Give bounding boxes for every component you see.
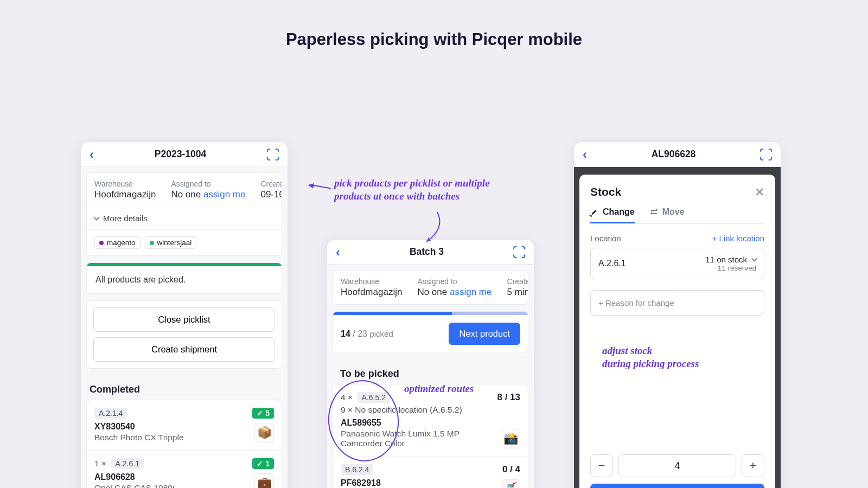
back-icon[interactable]: ‹ [90, 148, 94, 161]
product-thumb: 💼 [254, 473, 274, 488]
nav-title: P2023-1004 [155, 149, 206, 160]
navbar: ‹ P2023-1004 [81, 142, 288, 167]
annotation-batches: pick products per picklist or multiple p… [334, 177, 508, 203]
warehouse-label: Warehouse [341, 277, 402, 286]
link-location-button[interactable]: + Link location [712, 234, 764, 243]
created-value: 5 minut [507, 287, 528, 298]
meta-card: Warehouse Hoofdmagazijn Assigned to No o… [333, 270, 528, 305]
list-item[interactable]: A.2.1.4 5 XY830540 Bosch Photo CX Trippl… [87, 400, 282, 450]
assigned-value: No one [171, 189, 201, 200]
progress-card: 14 / 23 picked Next product [333, 311, 528, 353]
create-shipment-button[interactable]: Create shipment [93, 337, 275, 362]
scan-icon[interactable] [513, 246, 525, 258]
product-name: Bosch Photo CX Tripple [94, 433, 230, 442]
sku: AL906628 [94, 472, 274, 482]
chevron-down-icon [752, 256, 757, 262]
reason-input[interactable]: + Reason for change [590, 290, 764, 316]
reserved: 11 reserved [718, 264, 756, 272]
sheet-title: Stock [590, 185, 764, 198]
increment-button[interactable]: + [742, 454, 764, 477]
tab-move[interactable]: Move [650, 207, 685, 223]
scan-icon[interactable] [760, 149, 772, 160]
page-title: Paperless picking with Picqer mobile [0, 0, 868, 71]
sku: PF682918 [341, 478, 520, 488]
quantity-input[interactable]: 4 [618, 454, 736, 477]
more-details-toggle[interactable]: More details [87, 207, 282, 229]
arrow-curve-icon [416, 212, 448, 245]
assign-me-link[interactable]: assign me [203, 189, 245, 200]
product-name: Opel CAS CAS 1080i [94, 483, 230, 488]
actions-card: Close picklist Create shipment [86, 300, 282, 369]
location-badge: A.2.1.4 [94, 408, 127, 419]
qty-badge: 5 [252, 408, 274, 419]
change-stock-button[interactable]: Change stock to15 [590, 484, 764, 488]
product-thumb: 📦 [254, 423, 274, 442]
stock-sheet: Stock ✕ Change Move Location + Link loca… [579, 175, 775, 488]
tag-magento[interactable]: magento [94, 236, 141, 249]
created-label: Created [507, 277, 528, 286]
phone-picklist: ‹ P2023-1004 Warehouse Hoofdmagazijn Ass… [80, 142, 288, 488]
assigned-value: No one [417, 287, 447, 297]
chevron-down-icon [93, 214, 99, 220]
status-message: All products are picked. [87, 266, 282, 293]
nav-title: AL906628 [652, 149, 696, 160]
location-value: A.2.6.1 [598, 259, 626, 268]
location-badge: A.2.6.1 [111, 458, 144, 469]
warehouse-label: Warehouse [94, 179, 156, 188]
pick-ratio: 8 / 13 [497, 392, 520, 403]
assign-me-link[interactable]: assign me [450, 287, 492, 297]
product-thumb: 🥤 [501, 479, 520, 488]
created-label: Created [260, 179, 282, 188]
tag-wintersjaal[interactable]: wintersjaal [145, 236, 197, 249]
assigned-label: Assigned to [171, 179, 245, 188]
product-thumb: 📸 [501, 429, 520, 448]
navbar: ‹ AL906628 [574, 142, 781, 167]
list-item[interactable]: 1 × A.2.6.1 1 AL906628 Opel CAS CAS 1080… [87, 450, 282, 488]
meta-card: Warehouse Hoofdmagazijn Assigned to No o… [86, 172, 282, 256]
next-product-button[interactable]: Next product [449, 323, 520, 345]
decrement-button[interactable]: − [590, 454, 613, 477]
scan-icon[interactable] [267, 149, 279, 160]
arrow-icon [309, 184, 331, 189]
sku: XY830540 [94, 422, 274, 432]
status-card: All products are picked. [86, 262, 282, 294]
pencil-icon [590, 208, 598, 216]
swap-icon [650, 208, 658, 216]
annotation-stock: adjust stock during picking process [602, 344, 699, 370]
completed-heading: Completed [86, 375, 282, 400]
quantity-stepper: − 4 + [590, 454, 764, 477]
back-icon[interactable]: ‹ [336, 246, 340, 259]
picked-count: 14 / 23 picked [341, 329, 393, 339]
warehouse-value: Hoofdmagazijn [94, 189, 156, 200]
warehouse-value: Hoofdmagazijn [341, 287, 402, 298]
on-stock: 11 on stock [705, 255, 747, 264]
assigned-label: Assigned to [417, 277, 492, 286]
back-icon[interactable]: ‹ [583, 148, 587, 161]
location-select[interactable]: A.2.6.1 11 on stock11 reserved [590, 248, 764, 279]
completed-list: A.2.1.4 5 XY830540 Bosch Photo CX Trippl… [86, 400, 282, 488]
annotation-routes: optimized routes [404, 382, 474, 395]
qty-badge: 1 [252, 458, 274, 469]
phone-stock: ‹ AL906628 Stock ✕ Change Move Location … [573, 142, 781, 488]
close-icon[interactable]: ✕ [755, 185, 764, 200]
created-value: 09-10-2 [260, 189, 282, 200]
pick-ratio: 0 / 4 [502, 464, 520, 475]
location-badge: B.6.2.4 [341, 464, 373, 475]
tab-change[interactable]: Change [590, 207, 635, 223]
location-label: Location [590, 234, 621, 243]
close-picklist-button[interactable]: Close picklist [93, 307, 275, 332]
nav-title: Batch 3 [410, 246, 444, 258]
